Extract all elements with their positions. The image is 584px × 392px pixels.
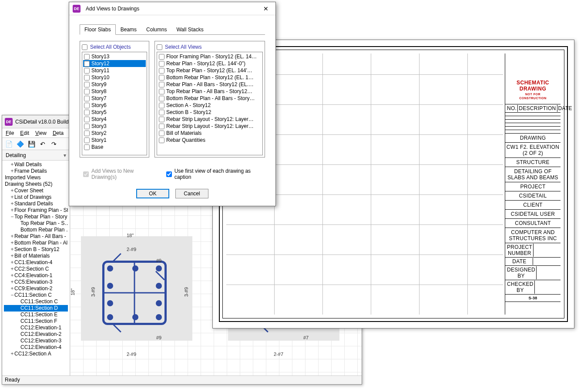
select-all-objects[interactable]: Select All Objects: [82, 43, 147, 52]
add-views-dialog: DE Add Views to Drawings ✕ Floor SlabsBe…: [69, 2, 276, 206]
view-item[interactable]: Rebar Strip Layout - Story12: Layer…: [158, 123, 262, 130]
tree-item[interactable]: +Standard Details: [4, 201, 68, 207]
tree-item[interactable]: Imported Views: [4, 174, 68, 181]
objects-list[interactable]: Story13Story12Story11Story10Story9Story8…: [82, 52, 147, 155]
opt-caption[interactable]: Use first view of each drawing as captio…: [166, 168, 265, 180]
tree-item[interactable]: +Rebar Plan - All Bars - …: [4, 233, 68, 240]
select-all-views[interactable]: Select All Views: [157, 43, 263, 52]
tree-item[interactable]: CC12:Elevation-2: [4, 331, 68, 338]
object-item[interactable]: Story10: [83, 74, 146, 81]
statusbar: Ready: [2, 375, 362, 384]
tab-columns[interactable]: Columns: [141, 24, 171, 35]
undo-icon[interactable]: ↶: [38, 139, 47, 149]
tree-item[interactable]: CC12:Elevation-4: [4, 344, 68, 351]
sectc-side-l: 3-#9: [91, 287, 96, 297]
tab-beams[interactable]: Beams: [116, 24, 141, 35]
view-item[interactable]: Rebar Plan - Story12 (EL. 144'-0"): [158, 60, 262, 67]
tree-item[interactable]: Bottom Rebar Plan …: [4, 227, 68, 233]
ok-button[interactable]: OK: [136, 189, 169, 198]
tree-item[interactable]: CC11:Section E: [4, 312, 68, 318]
view-item[interactable]: Bill of Materials: [158, 130, 262, 137]
stamp-line2: NOT FOR: [507, 93, 559, 96]
view-item[interactable]: Rebar Quantities: [158, 137, 262, 144]
tree-item[interactable]: Drawing Sheets (52): [4, 181, 68, 188]
object-item[interactable]: Story9: [83, 81, 146, 88]
object-item[interactable]: Story6: [83, 102, 146, 109]
tab-floor-slabs[interactable]: Floor Slabs: [80, 24, 116, 35]
tree-item[interactable]: +CC5:Elevation-3: [4, 279, 68, 285]
save-icon[interactable]: 💾: [27, 139, 36, 149]
opt-add-new[interactable]: Add Views to New Drawing(s): [83, 168, 158, 180]
title-block: SCHEMATIC DRAWING NOT FOR CONSTRUCTION N…: [505, 54, 561, 315]
dialog-tabs: Floor SlabsBeamsColumnsWall Stacks: [80, 24, 265, 35]
view-item[interactable]: Bottom Rebar Plan - Story12 (EL. 1…: [158, 74, 262, 81]
sectd-bot: 2-#7: [274, 352, 283, 357]
open-icon[interactable]: 🔷: [15, 139, 25, 149]
tree-item[interactable]: +Wall Details: [4, 161, 68, 168]
tree-item[interactable]: +CC4:Elevation-1: [4, 272, 68, 279]
redo-icon[interactable]: ↷: [49, 139, 59, 149]
dialog-title: Add Views to Drawings: [86, 6, 260, 12]
view-item[interactable]: Top Rebar Plan - Story12 (EL. 144'…: [158, 67, 262, 74]
tree-item[interactable]: +Cover Sheet: [4, 188, 68, 194]
tree-item[interactable]: CC12:Elevation-3: [4, 338, 68, 344]
tree-item[interactable]: +CC12:Section A: [4, 351, 68, 357]
dialog-app-icon: DE: [73, 5, 81, 13]
tab-wall-stacks[interactable]: Wall Stacks: [171, 24, 208, 35]
sectc-side-r: 3-#9: [184, 287, 189, 297]
view-item[interactable]: Rebar Plan - All Bars - Story12 (EL.…: [158, 81, 262, 88]
view-item[interactable]: Floor Framing Plan - Story12 (EL. 14…: [158, 53, 262, 60]
sectc-top: 2-#9: [127, 247, 136, 252]
tree-item[interactable]: −CC11:Section C: [4, 292, 68, 298]
stamp-line1: SCHEMATIC DRAWING: [507, 80, 559, 92]
tree-item[interactable]: CC11:Section F: [4, 318, 68, 325]
tree-item[interactable]: +Bill of Materials: [4, 253, 68, 259]
section-c-figure: [102, 261, 167, 325]
menu-file[interactable]: File: [6, 130, 14, 136]
cancel-button[interactable]: Cancel: [175, 189, 208, 198]
view-item[interactable]: Section A - Story12: [158, 102, 262, 109]
view-item[interactable]: Section B - Story12: [158, 109, 262, 116]
object-item[interactable]: Story8: [83, 88, 146, 95]
stamp-line3: CONSTRUCTION: [507, 97, 559, 100]
sectc-dim-width: 18": [127, 233, 134, 238]
tree-item[interactable]: +CC2:Section C: [4, 266, 68, 272]
tree-item[interactable]: +Bottom Rebar Plan - Al…: [4, 240, 68, 246]
object-item[interactable]: Story11: [83, 67, 146, 74]
object-item[interactable]: Story5: [83, 109, 146, 116]
tree-item[interactable]: +List of Drawings: [4, 194, 68, 201]
new-icon[interactable]: 📄: [4, 139, 13, 149]
object-item[interactable]: Story13: [83, 53, 146, 60]
tree-item[interactable]: +Frame Details: [4, 168, 68, 174]
tree-item[interactable]: +CC1:Elevation-4: [4, 259, 68, 266]
view-item[interactable]: Bottom Rebar Plan - All Bars - Story…: [158, 95, 262, 102]
object-item[interactable]: Story2: [83, 130, 146, 137]
tree-item[interactable]: +Section B - Story12: [4, 246, 68, 253]
view-item[interactable]: Rebar Strip Layout - Story12: Layer…: [158, 116, 262, 123]
menu-edit[interactable]: Edit: [20, 130, 29, 136]
tree-item[interactable]: CC11:Section C: [4, 298, 68, 305]
sidebar: Detailing +Wall Details+Frame DetailsImp…: [2, 150, 70, 375]
tree-item[interactable]: CC11:Section D: [4, 305, 68, 312]
views-list[interactable]: Floor Framing Plan - Story12 (EL. 14…Reb…: [157, 52, 263, 155]
sectc-tie1: #9: [156, 258, 161, 263]
object-item[interactable]: Story4: [83, 116, 146, 123]
menu-detail[interactable]: Deta: [53, 130, 64, 136]
object-item[interactable]: Story12: [83, 60, 146, 67]
tree-item[interactable]: CC12:Elevation-1: [4, 325, 68, 331]
tree-item[interactable]: +CC9:Elevation-2: [4, 285, 68, 292]
view-item[interactable]: Top Rebar Plan - All Bars - Story12…: [158, 88, 262, 95]
tree-item[interactable]: +Floor Framing Plan - St…: [4, 207, 68, 214]
menu-view[interactable]: View: [35, 130, 47, 136]
object-item[interactable]: Story3: [83, 123, 146, 130]
tree-item[interactable]: Top Rebar Plan - S…: [4, 220, 68, 227]
sidebar-tab-detailing[interactable]: Detailing: [2, 150, 70, 161]
app-icon: DE: [5, 118, 13, 126]
sectd-tie2: #7: [303, 335, 309, 340]
object-item[interactable]: Story1: [83, 137, 146, 144]
object-item[interactable]: Base: [83, 144, 146, 151]
object-item[interactable]: Story7: [83, 95, 146, 102]
detailing-tree[interactable]: +Wall Details+Frame DetailsImported View…: [2, 161, 70, 375]
dialog-close-icon[interactable]: ✕: [260, 3, 272, 14]
tree-item[interactable]: −Top Rebar Plan - Story…: [4, 214, 68, 220]
